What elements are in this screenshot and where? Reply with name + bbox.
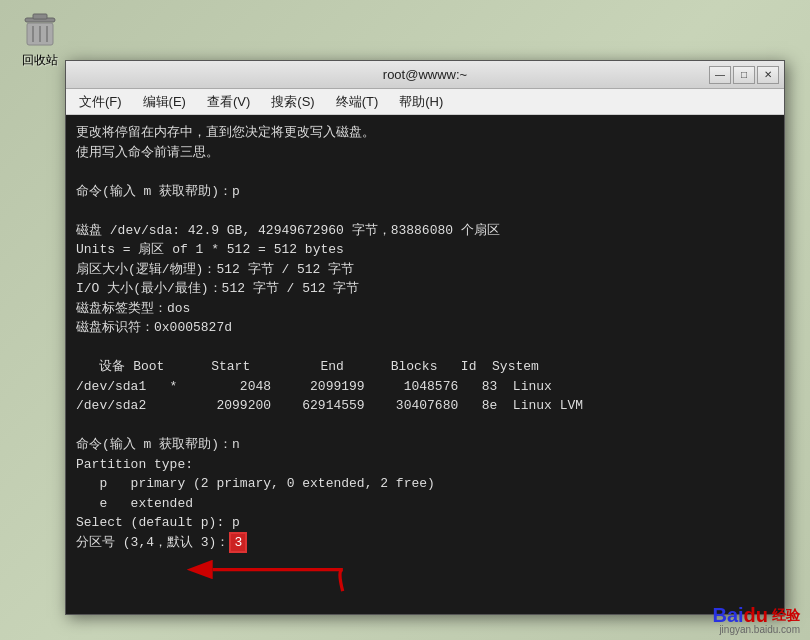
desktop: 回收站 root@wwww:~ — □ ✕ 文件(F) 编辑(E) 查看(V) … bbox=[0, 0, 810, 640]
recycle-bin-icon[interactable]: 回收站 bbox=[10, 10, 70, 69]
term-line-1: 更改将停留在内存中，直到您决定将更改写入磁盘。 bbox=[76, 123, 774, 143]
menu-help[interactable]: 帮助(H) bbox=[391, 91, 451, 113]
recycle-bin-graphic bbox=[20, 10, 60, 50]
term-line-blank2 bbox=[76, 201, 774, 221]
menu-edit[interactable]: 编辑(E) bbox=[135, 91, 194, 113]
term-line-blank4 bbox=[76, 416, 774, 436]
recycle-bin-label: 回收站 bbox=[22, 52, 58, 69]
term-line-blank1 bbox=[76, 162, 774, 182]
menu-terminal[interactable]: 终端(T) bbox=[328, 91, 387, 113]
close-button[interactable]: ✕ bbox=[757, 66, 779, 84]
window-controls: — □ ✕ bbox=[709, 66, 779, 84]
term-line-units: Units = 扇区 of 1 * 512 = 512 bytes bbox=[76, 240, 774, 260]
svg-rect-1 bbox=[33, 14, 47, 19]
term-line-2: 使用写入命令前请三思。 bbox=[76, 143, 774, 163]
terminal-content[interactable]: 更改将停留在内存中，直到您决定将更改写入磁盘。 使用写入命令前请三思。 命令(输… bbox=[66, 115, 784, 614]
term-line-extended-opt: e extended bbox=[76, 494, 774, 514]
maximize-button[interactable]: □ bbox=[733, 66, 755, 84]
term-table-row1: /dev/sda1 * 2048 2099199 1048576 83 Linu… bbox=[76, 377, 774, 397]
term-line-partition-num: 分区号 (3,4，默认 3)：3 bbox=[76, 533, 774, 553]
term-line-sector: 扇区大小(逻辑/物理)：512 字节 / 512 字节 bbox=[76, 260, 774, 280]
cursor-input: 3 bbox=[229, 532, 247, 553]
minimize-button[interactable]: — bbox=[709, 66, 731, 84]
menu-view[interactable]: 查看(V) bbox=[199, 91, 258, 113]
term-line-id: 磁盘标识符：0x0005827d bbox=[76, 318, 774, 338]
title-bar: root@wwww:~ — □ ✕ bbox=[66, 61, 784, 89]
term-line-io: I/O 大小(最小/最佳)：512 字节 / 512 字节 bbox=[76, 279, 774, 299]
term-line-blank3 bbox=[76, 338, 774, 358]
term-line-label-type: 磁盘标签类型：dos bbox=[76, 299, 774, 319]
term-table-row2: /dev/sda2 2099200 62914559 30407680 8e L… bbox=[76, 396, 774, 416]
baidu-url: jingyan.baidu.com bbox=[719, 624, 800, 635]
terminal-window: root@wwww:~ — □ ✕ 文件(F) 编辑(E) 查看(V) 搜索(S… bbox=[65, 60, 785, 615]
baidu-watermark: Baidu 经验 jingyan.baidu.com bbox=[712, 604, 800, 635]
baidu-exp-label: 经验 bbox=[772, 607, 800, 625]
menu-search[interactable]: 搜索(S) bbox=[263, 91, 322, 113]
menu-file[interactable]: 文件(F) bbox=[71, 91, 130, 113]
menu-bar: 文件(F) 编辑(E) 查看(V) 搜索(S) 终端(T) 帮助(H) bbox=[66, 89, 784, 115]
term-line-primary-opt: p primary (2 primary, 0 extended, 2 free… bbox=[76, 474, 774, 494]
term-line-cmd1: 命令(输入 m 获取帮助)：p bbox=[76, 182, 774, 202]
window-title: root@wwww:~ bbox=[383, 67, 467, 82]
term-table-header: 设备 Boot Start End Blocks Id System bbox=[76, 357, 774, 377]
term-line-cmd2: 命令(输入 m 获取帮助)：n bbox=[76, 435, 774, 455]
term-line-partition-type: Partition type: bbox=[76, 455, 774, 475]
term-line-select: Select (default p): p bbox=[76, 513, 774, 533]
term-line-disk: 磁盘 /dev/sda: 42.9 GB, 42949672960 字节，838… bbox=[76, 221, 774, 241]
